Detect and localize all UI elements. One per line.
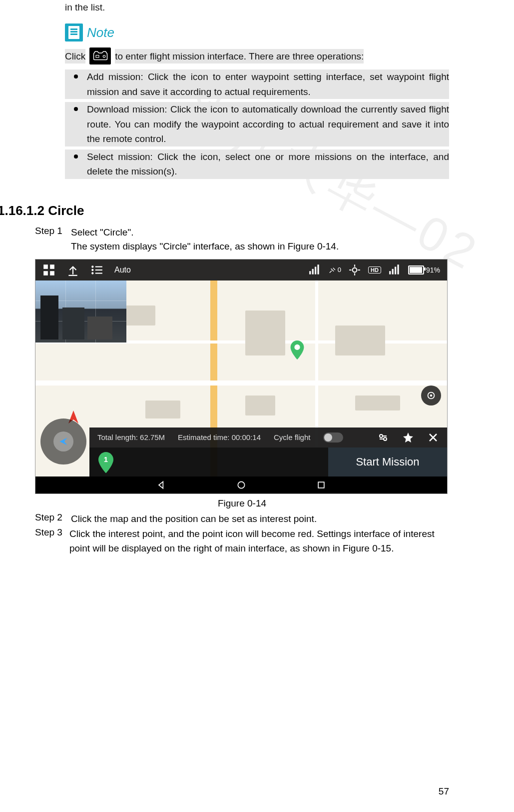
note-icon: [65, 24, 83, 42]
svg-point-13: [91, 272, 93, 274]
back-icon[interactable]: [156, 480, 166, 490]
svg-rect-28: [318, 482, 324, 488]
mode-label: Auto: [114, 266, 131, 274]
step-body: Click the map and the position can be se…: [71, 512, 317, 526]
svg-rect-15: [309, 271, 311, 274]
mission-stats-bar: Total length: 62.75M Estimated time: 00:…: [89, 428, 447, 448]
click-pre: Click: [65, 49, 85, 64]
takeoff-icon[interactable]: [66, 264, 79, 276]
waypoint-badge[interactable]: 1: [98, 452, 113, 472]
menu-icon[interactable]: [90, 264, 103, 276]
svg-rect-7: [43, 271, 48, 276]
svg-point-1: [103, 56, 105, 58]
svg-text:1: 1: [104, 455, 108, 464]
close-icon[interactable]: [427, 432, 439, 444]
section-heading: 1.16.1.2 Circle: [0, 203, 449, 218]
camera-preview[interactable]: [35, 280, 126, 342]
svg-rect-17: [315, 266, 316, 274]
battery-percent: 91%: [426, 266, 440, 274]
svg-point-25: [384, 438, 387, 440]
figure-caption: Figure 0-14: [35, 498, 449, 509]
svg-rect-10: [95, 266, 102, 267]
android-navbar: [35, 476, 447, 494]
settings-icon[interactable]: [377, 432, 389, 444]
home-icon[interactable]: [236, 480, 246, 490]
cycle-flight-toggle[interactable]: [323, 432, 343, 442]
note-callout: Note: [65, 24, 449, 42]
step-body: Click the interest point, and the point …: [69, 527, 449, 556]
click-instruction: Click to enter flight mission interface.…: [65, 48, 449, 64]
list-item: Add mission: Click the icon to enter way…: [65, 70, 449, 99]
gimbal-icon[interactable]: [348, 264, 361, 276]
svg-point-27: [238, 482, 244, 488]
click-post: to enter flight mission interface. There…: [115, 49, 364, 64]
svg-point-4: [430, 394, 433, 396]
remote-control-icon: [89, 48, 111, 64]
svg-rect-6: [50, 264, 54, 269]
svg-rect-16: [312, 268, 314, 274]
prev-line: in the list.: [65, 0, 449, 14]
video-signal-icon: [388, 264, 401, 276]
svg-rect-23: [397, 264, 399, 274]
svg-point-2: [294, 344, 300, 350]
svg-rect-22: [395, 266, 396, 274]
svg-rect-18: [317, 264, 319, 274]
step-label: Step 1: [35, 226, 64, 254]
svg-rect-8: [50, 271, 54, 276]
step-row: Step 2 Click the map and the position ca…: [65, 512, 449, 526]
step-body-line: Select "Circle".: [71, 226, 339, 240]
figure-wrapper: Auto 0 HD 91% Total length: 62.75M Estim…: [35, 259, 449, 509]
hd-badge: HD: [368, 266, 381, 274]
top-status-bar: Auto 0 HD 91%: [35, 260, 447, 280]
step-row: Step 3 Click the interest point, and the…: [65, 527, 449, 556]
page-number: 57: [439, 786, 449, 797]
svg-rect-14: [95, 272, 102, 274]
mission-bar: 1 Start Mission: [89, 448, 447, 476]
rc-signal-icon: [308, 264, 321, 276]
svg-point-11: [91, 268, 93, 270]
estimated-time: Estimated time: 00:00:14: [178, 433, 261, 442]
svg-rect-5: [43, 264, 48, 269]
svg-point-9: [91, 266, 93, 268]
battery-indicator: 91%: [408, 266, 440, 274]
step-label: Step 2: [35, 512, 64, 526]
favorite-icon[interactable]: [402, 432, 414, 444]
svg-rect-21: [392, 268, 394, 274]
step-body-line: The system displays "Circle" interface, …: [71, 240, 339, 254]
svg-rect-12: [95, 269, 102, 270]
recent-icon[interactable]: [316, 480, 326, 490]
note-label: Note: [87, 25, 114, 40]
virtual-joystick[interactable]: [40, 418, 86, 464]
step-label: Step 3: [35, 527, 62, 556]
satellite-icon: 0: [328, 264, 341, 276]
section-number: 1.16.1.2: [0, 203, 44, 218]
section-title: Circle: [48, 203, 84, 218]
svg-point-24: [380, 434, 383, 438]
interest-point-marker[interactable]: [290, 340, 304, 360]
cycle-flight-label: Cycle flight: [274, 433, 310, 442]
apps-icon[interactable]: [42, 264, 55, 276]
svg-rect-20: [389, 271, 391, 274]
list-item: Select mission: Click the icon, select o…: [65, 150, 449, 179]
svg-rect-0: [96, 56, 99, 58]
start-mission-button[interactable]: Start Mission: [328, 448, 447, 476]
step-row: Step 1 Select "Circle". The system displ…: [65, 226, 449, 254]
list-item: Download mission: Click the icon to auto…: [65, 102, 449, 146]
app-screenshot: Auto 0 HD 91% Total length: 62.75M Estim…: [35, 259, 448, 494]
total-length: Total length: 62.75M: [97, 433, 165, 442]
operations-list: Add mission: Click the icon to enter way…: [65, 70, 449, 178]
svg-point-19: [353, 268, 357, 272]
locate-button[interactable]: [421, 386, 441, 406]
